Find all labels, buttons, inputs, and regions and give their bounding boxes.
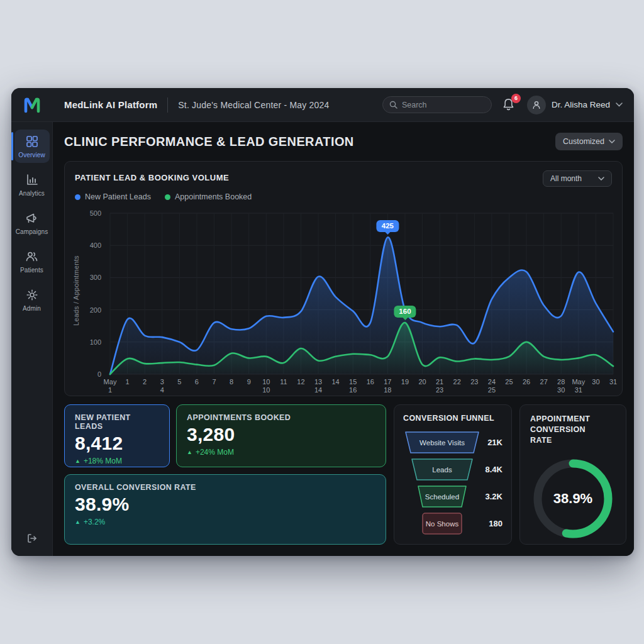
megaphone-icon <box>25 211 39 225</box>
logout-button[interactable] <box>11 532 52 545</box>
chevron-down-icon <box>598 177 604 180</box>
funnel-value: 8.4K <box>486 465 502 474</box>
x-tick-label: 19 <box>401 378 409 386</box>
x-tick-label: 14 <box>331 378 339 386</box>
x-tick-label: 1010 <box>262 378 270 394</box>
x-tick-label: 2123 <box>436 378 443 394</box>
card-value: 3,280 <box>187 424 375 445</box>
x-tick-label: 34 <box>160 378 164 394</box>
funnel-title: CONVERSION FUNNEL <box>403 414 502 423</box>
new-patient-leads-card[interactable]: NEW PATIENT LEADS 8,412 ▲ +18% MoM <box>64 404 170 467</box>
x-tick-label: 22 <box>453 378 461 386</box>
card-delta: +24% MoM <box>196 448 234 457</box>
card-value: 8,412 <box>75 433 159 454</box>
sidebar-item-label: Admin <box>23 305 41 312</box>
funnel-stage-scheduled[interactable]: Scheduled 3.2K <box>403 485 502 508</box>
x-tick-label: 2 <box>143 378 147 386</box>
sidebar-item-campaigns[interactable]: Campaigns <box>14 206 50 240</box>
sidebar: Overview Analytics Campaigns <box>11 122 53 556</box>
card-value: 38.9% <box>75 494 375 515</box>
sidebar-item-patients[interactable]: Patients <box>14 245 50 278</box>
donut-value: 38.9% <box>530 456 616 541</box>
month-filter-select[interactable]: All month <box>543 170 612 187</box>
x-tick-label: 12 <box>297 378 304 386</box>
conversion-funnel-card: CONVERSION FUNNEL Website Visits 21K <box>394 404 512 545</box>
y-tick-label: 0 <box>97 370 101 378</box>
search-box[interactable] <box>382 96 492 113</box>
y-axis-ticks: 0100200300400500 <box>84 213 105 368</box>
appointments-booked-card[interactable]: APPOINTMENTS BOOKED 3,280 ▲ +24% MoM <box>176 404 386 467</box>
grid-icon <box>25 135 39 148</box>
donut-title: APPOINTMENT CONVERSION RATE <box>530 414 606 446</box>
logo[interactable] <box>11 97 53 113</box>
user-icon <box>531 100 541 110</box>
page-title: CLINIC PERFORMANCE & LEAD GENERATION <box>64 135 354 149</box>
x-tick-label: 8 <box>230 378 233 386</box>
legend-item-booked: Appointments Booked <box>165 192 252 201</box>
x-tick-label: 1516 <box>349 378 357 394</box>
x-tick-label: 6 <box>195 378 199 386</box>
legend-dot-green <box>165 194 170 200</box>
gear-icon <box>25 288 39 302</box>
main-content: CLINIC PERFORMANCE & LEAD GENERATION Cus… <box>53 122 634 556</box>
card-label: APPOINTMENTS BOOKED <box>187 413 375 422</box>
sidebar-item-label: Overview <box>18 152 45 158</box>
topbar-divider <box>167 97 168 113</box>
appointment-conversion-card: APPOINTMENT CONVERSION RATE 38.9% <box>519 404 626 545</box>
data-point-tooltip: 160 <box>394 306 416 318</box>
x-tick-label: 2425 <box>488 378 496 394</box>
funnel-value: 3.2K <box>486 492 502 501</box>
chart-legend: New Patient Leads Appointments Booked <box>75 192 612 201</box>
chart-title: PATIENT LEAD & BOOKING VOLUME <box>75 170 229 182</box>
overall-conversion-card[interactable]: OVERALL CONVERSION RATE 38.9% ▲ +3.2% <box>64 474 386 545</box>
chevron-down-icon <box>609 140 615 143</box>
lead-volume-chart-panel: PATIENT LEAD & BOOKING VOLUME All month … <box>64 161 623 396</box>
x-tick-label: 16 <box>367 378 374 386</box>
sidebar-item-label: Patients <box>20 267 43 274</box>
legend-dot-blue <box>75 194 80 200</box>
line-chart[interactable]: 425160 <box>110 213 613 374</box>
x-tick-label: May1 <box>104 378 117 394</box>
y-axis-title: Leads / Appointments <box>72 255 80 326</box>
x-tick-label: 5 <box>177 378 181 386</box>
sidebar-item-label: Campaigns <box>16 228 48 235</box>
x-tick-label: 1 <box>126 378 130 386</box>
legend-item-leads: New Patient Leads <box>75 192 151 201</box>
sidebar-item-overview[interactable]: Overview <box>14 130 50 163</box>
x-tick-label: 2830 <box>557 378 565 394</box>
sidebar-item-admin[interactable]: Admin <box>14 283 50 316</box>
search-input[interactable] <box>402 101 477 109</box>
card-delta: +18% MoM <box>84 457 122 465</box>
sidebar-item-analytics[interactable]: Analytics <box>14 168 50 201</box>
funnel-stage-website-visits[interactable]: Website Visits 21K <box>403 431 502 454</box>
x-tick-label: 23 <box>470 378 478 386</box>
app-window: MedLink AI Platform St. Jude's Medical C… <box>11 88 634 556</box>
x-tick-label: 26 <box>523 378 530 386</box>
x-tick-label: 27 <box>540 378 548 386</box>
trend-up-icon: ▲ <box>75 458 80 464</box>
x-tick-label: 31 <box>609 378 617 386</box>
funnel-stage-no-shows[interactable]: No Shows 180 <box>403 512 502 535</box>
x-tick-label: 1718 <box>384 378 391 394</box>
avatar <box>527 96 546 114</box>
x-tick-label: 30 <box>592 378 599 386</box>
date-range-button[interactable]: Customized <box>555 133 623 150</box>
funnel-value: 180 <box>489 519 502 528</box>
card-label: NEW PATIENT LEADS <box>75 413 159 431</box>
data-point-tooltip: 425 <box>377 220 399 232</box>
x-tick-label: 25 <box>505 378 513 386</box>
funnel-stage-leads[interactable]: Leads 8.4K <box>403 458 502 481</box>
app-title: MedLink AI Platform <box>64 99 157 110</box>
y-tick-label: 200 <box>90 306 101 314</box>
y-tick-label: 100 <box>90 338 101 346</box>
search-icon <box>389 101 397 109</box>
user-name: Dr. Alisha Reed <box>552 100 610 109</box>
x-tick-label: 9 <box>247 378 251 386</box>
chevron-down-icon <box>616 103 623 107</box>
chart-canvas <box>110 213 613 374</box>
bar-chart-icon <box>25 173 39 187</box>
user-menu[interactable]: Dr. Alisha Reed <box>527 96 623 114</box>
trend-up-icon: ▲ <box>187 449 192 455</box>
notification-badge: 6 <box>511 94 521 103</box>
notifications-button[interactable]: 6 <box>502 97 517 113</box>
